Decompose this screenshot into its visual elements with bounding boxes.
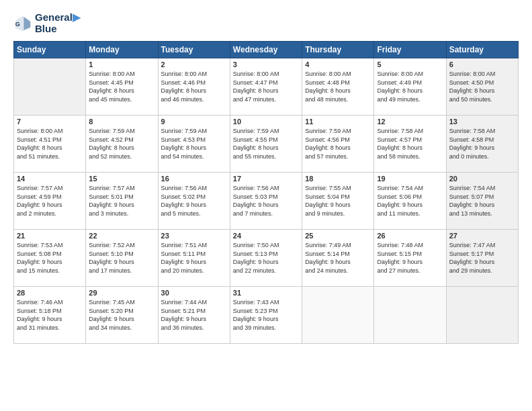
calendar-cell: 10Sunrise: 7:59 AM Sunset: 4:55 PM Dayli…: [230, 116, 302, 173]
weekday-header: Sunday: [14, 42, 86, 58]
calendar-week-row: 21Sunrise: 7:53 AM Sunset: 5:08 PM Dayli…: [14, 230, 519, 287]
calendar-cell: 25Sunrise: 7:49 AM Sunset: 5:14 PM Dayli…: [302, 230, 374, 287]
page: G General▶ Blue SundayMondayTuesdayWedne…: [0, 0, 532, 411]
weekday-header: Friday: [374, 42, 446, 58]
calendar-cell: 5Sunrise: 8:00 AM Sunset: 4:49 PM Daylig…: [374, 58, 446, 116]
calendar-cell: 24Sunrise: 7:50 AM Sunset: 5:13 PM Dayli…: [230, 230, 302, 287]
header: G General▶ Blue: [13, 12, 519, 34]
day-number: 11: [305, 118, 371, 126]
calendar-cell: 23Sunrise: 7:51 AM Sunset: 5:11 PM Dayli…: [158, 230, 230, 287]
calendar-cell: 30Sunrise: 7:44 AM Sunset: 5:21 PM Dayli…: [158, 287, 230, 344]
calendar-cell: 27Sunrise: 7:47 AM Sunset: 5:17 PM Dayli…: [446, 230, 518, 287]
calendar-cell: 20Sunrise: 7:54 AM Sunset: 5:07 PM Dayli…: [446, 173, 518, 230]
cell-info: Sunrise: 7:57 AM Sunset: 4:59 PM Dayligh…: [17, 184, 83, 218]
calendar-cell: 26Sunrise: 7:48 AM Sunset: 5:15 PM Dayli…: [374, 230, 446, 287]
day-number: 20: [449, 175, 515, 183]
cell-info: Sunrise: 7:48 AM Sunset: 5:15 PM Dayligh…: [377, 241, 443, 275]
cell-info: Sunrise: 7:43 AM Sunset: 5:23 PM Dayligh…: [233, 298, 299, 332]
day-number: 31: [233, 289, 299, 297]
calendar-cell: 8Sunrise: 7:59 AM Sunset: 4:52 PM Daylig…: [86, 116, 158, 173]
day-number: 9: [161, 118, 227, 126]
cell-info: Sunrise: 7:46 AM Sunset: 5:18 PM Dayligh…: [17, 298, 83, 332]
day-number: 4: [305, 60, 371, 68]
day-number: 28: [17, 289, 83, 297]
cell-info: Sunrise: 7:59 AM Sunset: 4:53 PM Dayligh…: [161, 127, 227, 161]
calendar-cell: 12Sunrise: 7:58 AM Sunset: 4:57 PM Dayli…: [374, 116, 446, 173]
day-number: 25: [305, 232, 371, 240]
day-number: 3: [233, 60, 299, 68]
day-number: 8: [89, 118, 154, 126]
cell-info: Sunrise: 7:47 AM Sunset: 5:17 PM Dayligh…: [449, 241, 515, 275]
cell-info: Sunrise: 7:54 AM Sunset: 5:06 PM Dayligh…: [377, 184, 443, 218]
cell-info: Sunrise: 7:53 AM Sunset: 5:08 PM Dayligh…: [17, 241, 83, 275]
weekday-header: Monday: [86, 42, 158, 58]
cell-info: Sunrise: 8:00 AM Sunset: 4:48 PM Dayligh…: [305, 70, 371, 103]
cell-info: Sunrise: 7:59 AM Sunset: 4:55 PM Dayligh…: [233, 127, 299, 161]
cell-info: Sunrise: 7:54 AM Sunset: 5:07 PM Dayligh…: [449, 184, 515, 218]
cell-info: Sunrise: 7:50 AM Sunset: 5:13 PM Dayligh…: [233, 241, 299, 275]
calendar-cell: 29Sunrise: 7:45 AM Sunset: 5:20 PM Dayli…: [86, 287, 158, 344]
calendar-cell: 17Sunrise: 7:56 AM Sunset: 5:03 PM Dayli…: [230, 173, 302, 230]
weekday-header: Thursday: [302, 42, 374, 58]
day-number: 17: [233, 175, 299, 183]
day-number: 22: [89, 232, 154, 240]
calendar-week-row: 1Sunrise: 8:00 AM Sunset: 4:45 PM Daylig…: [14, 58, 519, 116]
day-number: 23: [161, 232, 227, 240]
calendar-cell: 1Sunrise: 8:00 AM Sunset: 4:45 PM Daylig…: [86, 58, 158, 116]
day-number: 21: [17, 232, 83, 240]
cell-info: Sunrise: 7:51 AM Sunset: 5:11 PM Dayligh…: [161, 241, 227, 275]
calendar-cell: 13Sunrise: 7:58 AM Sunset: 4:58 PM Dayli…: [446, 116, 518, 173]
calendar-cell: [374, 287, 446, 344]
cell-info: Sunrise: 7:44 AM Sunset: 5:21 PM Dayligh…: [161, 298, 227, 332]
cell-info: Sunrise: 8:00 AM Sunset: 4:45 PM Dayligh…: [89, 70, 154, 103]
day-number: 26: [377, 232, 443, 240]
cell-info: Sunrise: 7:55 AM Sunset: 5:04 PM Dayligh…: [305, 184, 371, 218]
calendar-cell: 31Sunrise: 7:43 AM Sunset: 5:23 PM Dayli…: [230, 287, 302, 344]
calendar-cell: [302, 287, 374, 344]
calendar-table: SundayMondayTuesdayWednesdayThursdayFrid…: [13, 41, 519, 344]
calendar-cell: 4Sunrise: 8:00 AM Sunset: 4:48 PM Daylig…: [302, 58, 374, 116]
cell-info: Sunrise: 7:52 AM Sunset: 5:10 PM Dayligh…: [89, 241, 154, 275]
calendar-week-row: 7Sunrise: 8:00 AM Sunset: 4:51 PM Daylig…: [14, 116, 519, 173]
weekday-header: Tuesday: [158, 42, 230, 58]
day-number: 2: [161, 60, 227, 68]
day-number: 6: [449, 60, 515, 68]
cell-info: Sunrise: 7:58 AM Sunset: 4:57 PM Dayligh…: [377, 127, 443, 161]
day-number: 14: [17, 175, 83, 183]
day-number: 7: [17, 118, 83, 126]
calendar-cell: 15Sunrise: 7:57 AM Sunset: 5:01 PM Dayli…: [86, 173, 158, 230]
cell-info: Sunrise: 7:56 AM Sunset: 5:03 PM Dayligh…: [233, 184, 299, 218]
day-number: 19: [377, 175, 443, 183]
calendar-cell: 11Sunrise: 7:59 AM Sunset: 4:56 PM Dayli…: [302, 116, 374, 173]
logo-icon: G: [13, 14, 32, 33]
cell-info: Sunrise: 8:00 AM Sunset: 4:49 PM Dayligh…: [377, 70, 443, 103]
day-number: 1: [89, 60, 154, 68]
cell-info: Sunrise: 7:56 AM Sunset: 5:02 PM Dayligh…: [161, 184, 227, 218]
cell-info: Sunrise: 7:59 AM Sunset: 4:52 PM Dayligh…: [89, 127, 154, 161]
calendar-week-row: 28Sunrise: 7:46 AM Sunset: 5:18 PM Dayli…: [14, 287, 519, 344]
cell-info: Sunrise: 7:57 AM Sunset: 5:01 PM Dayligh…: [89, 184, 154, 218]
calendar-header: SundayMondayTuesdayWednesdayThursdayFrid…: [14, 42, 519, 58]
calendar-cell: 19Sunrise: 7:54 AM Sunset: 5:06 PM Dayli…: [374, 173, 446, 230]
day-number: 15: [89, 175, 154, 183]
calendar-cell: [446, 287, 518, 344]
day-number: 29: [89, 289, 154, 297]
day-number: 18: [305, 175, 371, 183]
calendar-cell: 7Sunrise: 8:00 AM Sunset: 4:51 PM Daylig…: [14, 116, 86, 173]
cell-info: Sunrise: 7:49 AM Sunset: 5:14 PM Dayligh…: [305, 241, 371, 275]
day-number: 12: [377, 118, 443, 126]
cell-info: Sunrise: 7:45 AM Sunset: 5:20 PM Dayligh…: [89, 298, 154, 332]
calendar-cell: 16Sunrise: 7:56 AM Sunset: 5:02 PM Dayli…: [158, 173, 230, 230]
calendar-cell: [14, 58, 86, 116]
logo-text: General▶ Blue: [35, 12, 81, 34]
weekday-header: Wednesday: [230, 42, 302, 58]
day-number: 24: [233, 232, 299, 240]
logo: G General▶ Blue: [13, 12, 81, 34]
calendar-cell: 6Sunrise: 8:00 AM Sunset: 4:50 PM Daylig…: [446, 58, 518, 116]
calendar-cell: 18Sunrise: 7:55 AM Sunset: 5:04 PM Dayli…: [302, 173, 374, 230]
weekday-row: SundayMondayTuesdayWednesdayThursdayFrid…: [14, 42, 519, 58]
calendar-cell: 3Sunrise: 8:00 AM Sunset: 4:47 PM Daylig…: [230, 58, 302, 116]
svg-text:G: G: [15, 21, 20, 28]
calendar-cell: 2Sunrise: 8:00 AM Sunset: 4:46 PM Daylig…: [158, 58, 230, 116]
cell-info: Sunrise: 7:59 AM Sunset: 4:56 PM Dayligh…: [305, 127, 371, 161]
